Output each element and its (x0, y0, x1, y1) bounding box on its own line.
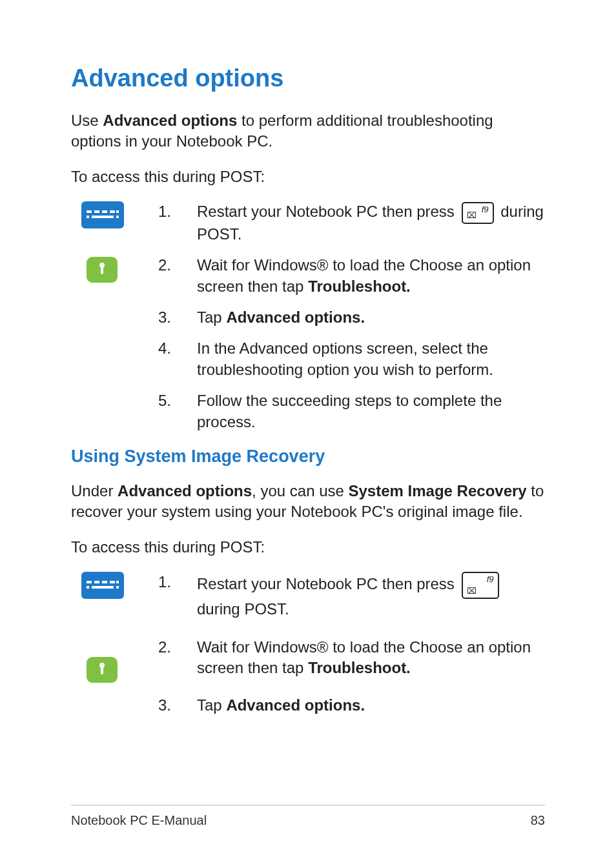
footer-title: Notebook PC E-Manual (71, 813, 207, 828)
text: , you can use (252, 482, 348, 500)
touch-icon (87, 657, 118, 683)
text-bold: Troubleshoot. (308, 659, 411, 676)
step-text: Follow the succeeding steps to complete … (197, 390, 545, 432)
step-text: Wait for Windows® to load the Choose an … (197, 637, 545, 679)
text-bold: Advanced options (103, 112, 237, 129)
text: Follow the succeeding steps to complete … (197, 392, 502, 430)
text: Tap (197, 696, 226, 714)
intro2-paragraph: Under Advanced options, you can use Syst… (71, 481, 545, 523)
step-number: 1. (158, 572, 197, 620)
step-item: 2. Wait for Windows® to load the Choose … (158, 637, 545, 679)
key-fn-label: f9 (487, 574, 494, 585)
step-text: In the Advanced options screen, select t… (197, 338, 545, 380)
text-bold: System Image Recovery (349, 482, 527, 500)
text-bold: Advanced options. (226, 696, 365, 714)
keyboard-icon (81, 201, 124, 228)
step-item: 5. Follow the succeeding steps to comple… (158, 390, 545, 432)
steps-block-2: 1. Restart your Notebook PC then press ⌧… (71, 572, 545, 716)
keyboard-icon (81, 572, 124, 599)
intro-paragraph: Use Advanced options to perform addition… (71, 110, 545, 152)
step-number: 3. (158, 695, 197, 716)
steps-list-2: 1. Restart your Notebook PC then press ⌧… (158, 572, 545, 716)
text: Under (71, 482, 118, 500)
touch-icon (87, 257, 118, 283)
step-number: 2. (158, 637, 197, 679)
step-text: Restart your Notebook PC then press ⌧f9 … (197, 201, 545, 245)
icon-stack (81, 201, 124, 283)
page: Advanced options Use Advanced options to… (0, 0, 616, 868)
page-number: 83 (531, 813, 545, 828)
step-number: 4. (158, 338, 197, 380)
access-line-2: To access this during POST: (71, 537, 545, 558)
step-text: Tap Advanced options. (197, 695, 545, 716)
f9-key-icon: ⌧f9 (462, 202, 494, 224)
step-number: 1. (158, 201, 197, 245)
step-text: Wait for Windows® to load the Choose an … (197, 255, 545, 297)
text: Restart your Notebook PC then press (197, 575, 459, 592)
step-item: 2. Wait for Windows® to load the Choose … (158, 255, 545, 297)
step-number: 2. (158, 255, 197, 297)
text: Use (71, 112, 103, 129)
footer: Notebook PC E-Manual 83 (71, 805, 545, 828)
steps-list-1: 1. Restart your Notebook PC then press ⌧… (158, 201, 545, 432)
text: Tap (197, 308, 226, 326)
text: Restart your Notebook PC then press (197, 203, 459, 220)
icon-stack (81, 572, 124, 683)
step-item: 1. Restart your Notebook PC then press ⌧… (158, 201, 545, 245)
step-item: 3. Tap Advanced options. (158, 307, 545, 328)
step-item: 4. In the Advanced options screen, selec… (158, 338, 545, 380)
step-text: Tap Advanced options. (197, 307, 545, 328)
step-item: 1. Restart your Notebook PC then press ⌧… (158, 572, 545, 620)
steps-block-1: 1. Restart your Notebook PC then press ⌧… (71, 201, 545, 432)
access-line: To access this during POST: (71, 167, 545, 187)
text-bold: Advanced options. (226, 308, 365, 326)
step-number: 3. (158, 307, 197, 328)
text-bold: Troubleshoot. (308, 278, 411, 295)
key-fn-label: f9 (482, 204, 489, 216)
subheading: Using System Image Recovery (71, 447, 545, 467)
key-glyph: ⌧ (467, 210, 477, 221)
step-text: Restart your Notebook PC then press ⌧f9 … (197, 572, 545, 620)
step-number: 5. (158, 390, 197, 432)
text: In the Advanced options screen, select t… (197, 339, 493, 378)
step-item: 3. Tap Advanced options. (158, 695, 545, 716)
text: during POST. (197, 600, 289, 618)
f9-key-icon: ⌧f9 (462, 572, 499, 599)
key-glyph: ⌧ (467, 585, 477, 597)
page-title: Advanced options (71, 65, 545, 92)
text-bold: Advanced options (118, 482, 252, 500)
